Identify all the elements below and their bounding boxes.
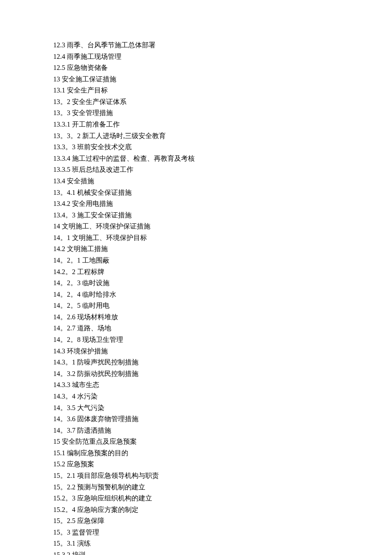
toc-entry: 14。2。5 临时用电 <box>53 301 392 310</box>
toc-entry: 14。2.6 现场材料堆放 <box>53 312 392 322</box>
toc-entry: 14。3.7 防遗洒措施 <box>53 426 392 435</box>
toc-entry: 14。3.5 大气污染 <box>53 403 392 413</box>
toc-entry: 14。2。3 临时设施 <box>53 278 392 288</box>
toc-entry: 14.3 环境保护措施 <box>53 347 392 356</box>
toc-entry: 15。3.1 演练 <box>53 539 392 548</box>
toc-entry: 15.2 应急预案 <box>53 460 392 469</box>
toc-entry: 14.3。4 水污染 <box>53 392 392 401</box>
toc-entry: 14.3。1 防噪声扰民控制措施 <box>53 358 392 367</box>
toc-entry: 15。2.5 应急保障 <box>53 516 392 526</box>
toc-entry: 13。3 安全管理措施 <box>53 108 392 118</box>
toc-entry: 14。2。4 临时给排水 <box>53 290 392 299</box>
toc-entry: 13.4。3 施工安全保证措施 <box>53 211 392 220</box>
toc-entry: 12.4 雨季施工现场管理 <box>53 52 392 61</box>
toc-entry: 13.4 安全措施 <box>53 176 392 186</box>
toc-entry: 15.2。4 应急响应方案的制定 <box>53 505 392 515</box>
toc-entry: 15。3 监督管理 <box>53 528 392 537</box>
toc-entry: 13。2 安全生产保证体系 <box>53 97 392 107</box>
toc-entry: 14。2。8 现场卫生管理 <box>53 335 392 344</box>
toc-entry: 14.2 文明施工措施 <box>53 244 392 254</box>
toc-entry: 15.2。3 应急响应组织机构的建立 <box>53 494 392 503</box>
toc-entry: 14 文明施工、环境保护保证措施 <box>53 222 392 231</box>
toc-entry: 15。2.2 预测与预警机制的建立 <box>53 483 392 492</box>
toc-entry: 13.1 安全生产目标 <box>53 86 392 95</box>
toc-entry: 14。3.6 固体废弃物管理措施 <box>53 414 392 424</box>
toc-entry: 15.1 编制应急预案的目的 <box>53 448 392 458</box>
toc-entry: 14。3.2 防振动扰民控制措施 <box>53 369 392 379</box>
toc-entry: 14.2。2 工程标牌 <box>53 267 392 277</box>
toc-entry: 13。3。2 新工人进场时,三级安全教育 <box>53 131 392 141</box>
toc-entry: 12.3 雨季、台风季节施工总体部署 <box>53 40 392 50</box>
toc-entry: 14。2.7 道路、场地 <box>53 324 392 333</box>
toc-entry: 14。1 文明施工、环境保护目标 <box>53 233 392 243</box>
toc-entry: 12.5 应急物资储备 <box>53 63 392 72</box>
toc-entry: 13.3.1 开工前准备工作 <box>53 120 392 129</box>
toc-entry: 13.3.5 班后总结及改进工作 <box>53 165 392 174</box>
toc-entry: 14。2。1 工地围蔽 <box>53 256 392 265</box>
toc-entry: 13 安全施工保证措施 <box>53 75 392 84</box>
toc-entry: 14.3.3 城市生态 <box>53 380 392 390</box>
toc-entry: 13。4.1 机械安全保证措施 <box>53 188 392 197</box>
table-of-contents: 12.3 雨季、台风季节施工总体部署12.4 雨季施工现场管理12.5 应急物资… <box>53 40 392 555</box>
toc-entry: 13.3。3 班前安全技术交底 <box>53 142 392 152</box>
toc-entry: 15.3.2 培训 <box>53 550 392 555</box>
toc-entry: 13.3.4 施工过程中的监督、检查、再教育及考核 <box>53 154 392 163</box>
toc-entry: 13.4.2 安全用电措施 <box>53 199 392 208</box>
toc-entry: 15 安全防范重点及应急预案 <box>53 437 392 446</box>
toc-entry: 15。2.1 项目部应急领导机构与职责 <box>53 471 392 480</box>
